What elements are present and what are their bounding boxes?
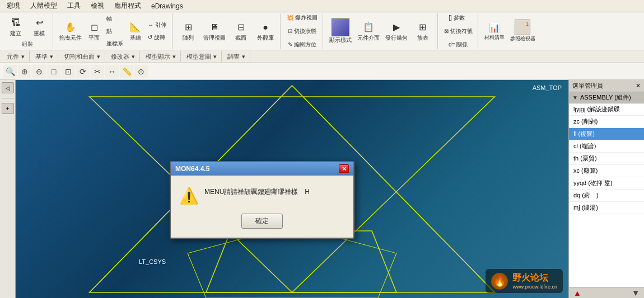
remodel-button[interactable]: ↩ 重模 [28, 15, 50, 39]
rotate3d-button[interactable]: ⟳ [76, 65, 90, 78]
tree-item-6[interactable]: yyqd (矻抑 踅) [569, 177, 644, 190]
action-button[interactable]: ▶ 發行幾何 [384, 19, 409, 44]
right-panel-close-icon[interactable]: ✕ [636, 82, 641, 89]
dialog-ok-button[interactable]: 確定 [241, 214, 283, 229]
table-icon: ⊞ [416, 21, 430, 34]
rotate-button[interactable]: ↺ 旋轉 [146, 32, 169, 43]
tree-item-2[interactable]: fl (複響) [569, 128, 644, 140]
main-area: ◁ + ASM_TOP LT_CSYS MON64.4.5 [0, 80, 644, 298]
exterior-button[interactable]: ● 外觀庫 [254, 19, 277, 44]
tree-list: ljyjgj (解該迹鐄碟zc (削剁)fl (複響)cl (端諳)th (票貿… [569, 103, 644, 287]
watermark-logo-icon: 🔥 [491, 273, 508, 290]
watermark: 🔥 野火论坛 www.proewildfire.cn [486, 269, 563, 293]
label-modifier[interactable]: 修改器▾ [106, 51, 140, 62]
params-button[interactable]: [] 參數 [447, 12, 469, 23]
drag-button[interactable]: ✋ 拖曳元件 [58, 19, 83, 44]
measure-button[interactable]: 📏 [120, 65, 133, 78]
watermark-sub-text: www.proewildfire.cn [512, 284, 557, 290]
dialog-titlebar: MON64.4.5 ✕ [171, 162, 353, 176]
window-button[interactable]: □ [47, 65, 60, 78]
right-panel-title: ▼ ASSEMBLY (組件) [569, 92, 644, 103]
tree-nav-down[interactable]: ▼ [629, 288, 642, 297]
dialog-buttons: 確定 [180, 214, 344, 229]
material-icon: 📊 [488, 21, 501, 34]
scissors-button[interactable]: ✂ [91, 65, 104, 78]
label-model-intent[interactable]: 模型意圖▾ [182, 51, 222, 62]
toolbar-group-assembly: 🏗 建立 ↩ 重模 組裝 [2, 13, 53, 49]
tree-item-4[interactable]: th (票貿) [569, 153, 644, 165]
tree-item-3[interactable]: cl (端諳) [569, 140, 644, 153]
table-button[interactable]: ⊞ 族表 [412, 19, 434, 44]
axis-button[interactable]: 軸 [105, 13, 125, 25]
point-button[interactable]: 點 [105, 26, 125, 37]
pan-button[interactable]: ⊡ [62, 65, 75, 78]
coordinate-button[interactable]: 座標系 [105, 38, 125, 49]
dialog-body: ⚠️ MENU請請祥頡覊鏤廻玂璆祥樣 Η 確定 [171, 176, 353, 238]
tree-item-1[interactable]: zc (削剁) [569, 116, 644, 128]
remodel-icon: ↩ [32, 16, 46, 30]
tree-item-7[interactable]: dq (葑 ) [569, 190, 644, 202]
build-icon: 🏗 [9, 16, 22, 30]
tree-nav-up[interactable]: ▲ [571, 288, 584, 297]
reference-view-button[interactable]: 1 參照檢視器 [508, 18, 537, 44]
array-icon: ⊞ [181, 21, 195, 34]
plane-button[interactable]: ◻ 平面 [86, 19, 102, 44]
right-panel-header-text: 選單管理員 [572, 82, 603, 90]
menu-renti[interactable]: 人體模型 [26, 0, 62, 12]
sketch-button[interactable]: 📐 基繪 [127, 19, 144, 44]
flip-button[interactable]: ↔ [105, 65, 119, 78]
watermark-text: 野火论坛 www.proewildfire.cn [512, 272, 557, 290]
dialog-close-button[interactable]: ✕ [339, 164, 349, 173]
action-icon: ▶ [390, 21, 403, 34]
menubar: 彩現 人體模型 工具 檢視 應用程式 eDrawings [0, 0, 644, 12]
dialog-message: ⚠️ MENU請請祥頡覊鏤廻玂璆祥樣 Η [180, 187, 344, 205]
material-button[interactable]: 📊 材料清單 [483, 19, 506, 43]
label-survey[interactable]: 調查▾ [223, 51, 250, 62]
right-panel-header: 選單管理員 ✕ [569, 80, 644, 92]
section-button[interactable]: ⊟ 截面 [230, 19, 252, 44]
sidebar-btn-1[interactable]: ◁ [2, 82, 14, 93]
close-button[interactable]: d= 關係 [447, 39, 469, 50]
tree-item-5[interactable]: xc (廢算) [569, 165, 644, 177]
dialog-overlay: MON64.4.5 ✕ ⚠️ MENU請請祥頡覊鏤廻玂璆祥樣 Η 確定 [16, 80, 568, 298]
label-cut[interactable]: 切割和曲面▾ [59, 51, 105, 62]
sidebar-btn-2[interactable]: + [2, 103, 14, 114]
dialog-text: MENU請請祥頡覊鏤廻玂璆祥樣 Η [204, 187, 344, 197]
manage-view-button[interactable]: 🖥 管理視圖 [202, 19, 227, 44]
assembly-title-text: ASSEMBLY (組件) [580, 93, 631, 102]
menu-caiyuan[interactable]: 彩現 [2, 0, 25, 12]
tree-item-8[interactable]: mj (燼湯) [569, 202, 644, 214]
menu-yingyong[interactable]: 應用程式 [110, 0, 146, 12]
watermark-main-text: 野火论坛 [512, 272, 557, 284]
component-info-button[interactable]: 📋 元件介面 [356, 19, 381, 44]
plane-icon: ◻ [87, 21, 101, 34]
extra-button[interactable]: ⊙ [134, 65, 148, 78]
display-icon [332, 18, 349, 36]
toolbar-label-row: 元件▾ 基準▾ 切割和曲面▾ 修改器▾ 模型顯示▾ 模型意圖▾ 調查▾ [0, 50, 644, 63]
toolbar-main-row: 🏗 建立 ↩ 重模 組裝 ✋ 拖曳元件 ◻ 平面 [0, 12, 644, 50]
zoom-in-button[interactable]: ⊕ [18, 65, 31, 78]
build-button[interactable]: 🏗 建立 [4, 15, 27, 39]
label-model-display[interactable]: 模型顯示▾ [141, 51, 181, 62]
viewport[interactable]: ASM_TOP LT_CSYS MON64.4.5 ✕ ⚠️ MENU請請祥頡覊… [16, 80, 568, 298]
label-datum[interactable]: 基準▾ [31, 51, 58, 62]
toggle-state-button[interactable]: ⊡ 切換狀態 [286, 26, 318, 37]
label-component[interactable]: 元件▾ [2, 51, 30, 62]
menu-gongju[interactable]: 工具 [63, 0, 85, 12]
component-info-icon: 📋 [362, 21, 375, 34]
menu-edrawings[interactable]: eDrawings [147, 1, 188, 11]
display-style-button[interactable]: 顯示樣式 [328, 17, 353, 46]
section-icon: ⊟ [234, 21, 248, 34]
extend-button[interactable]: ↔ 引伸 [146, 20, 169, 31]
edit-pos-button[interactable]: ✎ 編輯方位 [286, 39, 318, 50]
toggle-symbol-button[interactable]: ⊠ 切換符號 [442, 26, 474, 37]
dialog-title: MON64.4.5 [175, 165, 209, 173]
array-button[interactable]: ⊞ 陣列 [177, 19, 199, 44]
tree-item-0[interactable]: ljyjgj (解該迹鐄碟 [569, 103, 644, 116]
zoom-fit-button[interactable]: 🔍 [3, 65, 17, 78]
left-sidebar: ◁ + [0, 80, 16, 298]
tree-nav: ▲ ▼ [569, 287, 644, 298]
zoom-out-button[interactable]: ⊖ [32, 65, 46, 78]
explode-view-button[interactable]: 💥 爆炸視圖 [285, 12, 319, 23]
menu-jianzhi[interactable]: 檢視 [86, 0, 109, 12]
